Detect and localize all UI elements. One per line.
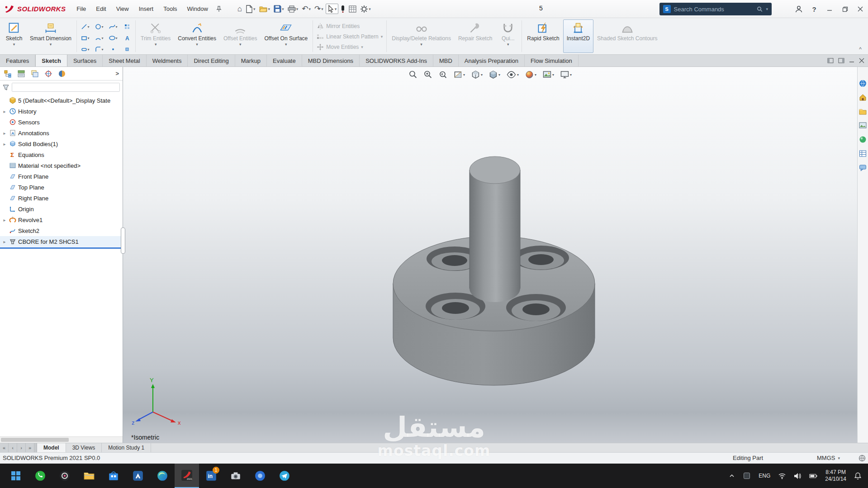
tree-item-sensors[interactable]: Sensors bbox=[0, 117, 123, 128]
help-button[interactable]: ? bbox=[806, 0, 822, 18]
menu-view[interactable]: View bbox=[112, 4, 133, 14]
ribbon-button-shaded-sketch-contours[interactable]: Shaded Sketch Contours bbox=[593, 19, 661, 53]
tree-item-history[interactable]: ▸ History bbox=[0, 106, 123, 117]
close-pane-icon[interactable] bbox=[859, 58, 864, 63]
property-manager-tab-icon[interactable] bbox=[17, 70, 25, 78]
edit-appearance-button[interactable]: ▾ bbox=[524, 69, 537, 80]
taskbar-app-telegram[interactable] bbox=[272, 464, 297, 488]
tab-model[interactable]: Model bbox=[37, 443, 66, 452]
ellipse-tool[interactable]: ▾ bbox=[106, 33, 120, 43]
rollback-bar[interactable] bbox=[0, 247, 123, 249]
taskbar-app-microsoft-store[interactable] bbox=[101, 464, 126, 488]
tree-horizontal-scrollbar[interactable] bbox=[0, 436, 123, 443]
tree-item-revolve1[interactable]: ▸ Revolve1 bbox=[0, 214, 123, 225]
search-icon[interactable] bbox=[757, 6, 763, 12]
slot-tool[interactable]: ▾ bbox=[78, 44, 92, 55]
save-button[interactable]: ▾ bbox=[272, 4, 285, 14]
part-model[interactable] bbox=[123, 67, 857, 443]
undo-button[interactable]: ↶▾ bbox=[300, 4, 312, 14]
menu-window[interactable]: Window bbox=[183, 4, 213, 14]
start-button[interactable] bbox=[4, 464, 28, 488]
ribbon-button-instant2d[interactable]: Instant2D bbox=[563, 19, 593, 53]
section-view-button[interactable]: ▾ bbox=[452, 69, 466, 80]
select-tool-button[interactable]: ▾ bbox=[326, 4, 339, 14]
tab-flow-simulation[interactable]: Flow Simulation bbox=[525, 55, 579, 66]
home-button[interactable]: ⌂ bbox=[236, 4, 243, 14]
display-style-button[interactable]: ▾ bbox=[488, 69, 501, 80]
tree-item-annotations[interactable]: ▸ A Annotations bbox=[0, 128, 123, 138]
tree-item-material[interactable]: Material <not specified> bbox=[0, 160, 123, 171]
taskbar-app-solidworks[interactable]: 2021 bbox=[175, 464, 199, 488]
view-orientation-button[interactable]: ▾ bbox=[470, 69, 484, 80]
chevron-down-icon[interactable]: ▾ bbox=[766, 7, 768, 11]
menu-tools[interactable]: Tools bbox=[159, 4, 181, 14]
tree-item-origin[interactable]: Origin bbox=[0, 204, 123, 214]
menu-insert[interactable]: Insert bbox=[134, 4, 158, 14]
tray-chevron-up[interactable] bbox=[729, 473, 735, 479]
search-input[interactable] bbox=[674, 6, 754, 13]
circle-tool[interactable]: ▾ bbox=[92, 21, 106, 32]
tree-item-sketch2[interactable]: Sketch2 bbox=[0, 225, 123, 236]
tab-direct-editing[interactable]: Direct Editing bbox=[188, 55, 235, 66]
apply-scene-button[interactable]: ▾ bbox=[541, 69, 555, 80]
tree-item-right-plane[interactable]: Right Plane bbox=[0, 193, 123, 204]
menu-file[interactable]: File bbox=[72, 4, 90, 14]
tab-motion-study-1[interactable]: Motion Study 1 bbox=[102, 443, 151, 452]
feature-manager-tab-icon[interactable] bbox=[4, 70, 12, 78]
wifi-icon[interactable] bbox=[778, 473, 786, 479]
dimxpert-manager-tab-icon[interactable] bbox=[44, 70, 52, 78]
taskbar-app-linkedin[interactable]: in1 bbox=[199, 464, 223, 488]
search-commands-bar[interactable]: S ▾ bbox=[659, 3, 772, 15]
tray-app-icon[interactable] bbox=[743, 472, 751, 480]
tab-mbd[interactable]: MBD bbox=[433, 55, 459, 66]
ribbon-button-offset-entities[interactable]: Offset Entities ▾ bbox=[220, 19, 261, 53]
expand-arrow-icon[interactable]: ▸ bbox=[2, 131, 7, 136]
spline-tool[interactable]: ▾ bbox=[106, 21, 120, 32]
display-manager-tab-icon[interactable] bbox=[58, 70, 66, 78]
language-indicator[interactable]: ENG bbox=[759, 473, 770, 479]
tree-item-cbore[interactable]: ▸ CBORE for M2 SHCS1 bbox=[0, 236, 123, 247]
pin-menu-icon[interactable] bbox=[216, 6, 222, 12]
tab-surfaces[interactable]: Surfaces bbox=[67, 55, 103, 66]
taskbar-clock[interactable]: 8:47 PM 24/10/14 bbox=[825, 469, 846, 483]
status-globe-icon[interactable] bbox=[859, 455, 866, 462]
tab-sheet-metal[interactable]: Sheet Metal bbox=[103, 55, 146, 66]
tab-analysis-preparation[interactable]: Analysis Preparation bbox=[459, 55, 525, 66]
tree-root-item[interactable]: 5 (Default<<Default>_Display State bbox=[0, 95, 123, 106]
record-tool-button[interactable] bbox=[339, 4, 346, 14]
pane-left-icon[interactable] bbox=[827, 58, 834, 63]
expand-arrow-icon[interactable]: ▸ bbox=[2, 109, 7, 114]
file-explorer-icon[interactable] bbox=[859, 108, 867, 115]
close-button[interactable] bbox=[853, 0, 868, 18]
tree-filter-input[interactable] bbox=[12, 83, 119, 91]
tab-3d-views[interactable]: 3D Views bbox=[66, 443, 102, 452]
menu-edit[interactable]: Edit bbox=[91, 4, 110, 14]
sketch-pattern-tool[interactable] bbox=[120, 21, 134, 32]
ribbon-button-mirror-entities[interactable]: Mirror Entities bbox=[314, 21, 385, 31]
account-button[interactable] bbox=[791, 0, 806, 18]
sheet-tool-button[interactable] bbox=[347, 4, 358, 14]
expand-arrow-icon[interactable]: ▸ bbox=[2, 142, 7, 147]
expand-arrow-icon[interactable]: ▸ bbox=[2, 239, 7, 244]
view-palette-icon[interactable] bbox=[859, 122, 867, 129]
tab-markup[interactable]: Markup bbox=[235, 55, 267, 66]
expand-arrow-icon[interactable]: ▸ bbox=[2, 218, 7, 223]
ribbon-button-move-entities[interactable]: Move Entities ▾ bbox=[314, 42, 385, 52]
battery-icon[interactable] bbox=[809, 473, 817, 479]
hide-show-items-button[interactable]: ▾ bbox=[505, 69, 520, 80]
tab-sketch[interactable]: Sketch bbox=[35, 55, 67, 66]
next-tab-button[interactable]: › bbox=[17, 443, 26, 452]
options-button[interactable]: ▾ bbox=[359, 4, 372, 14]
ribbon-button-convert-entities[interactable]: Convert Entities ▾ bbox=[174, 19, 220, 53]
panel-flyout-chevron[interactable]: > bbox=[115, 70, 119, 77]
zoom-to-fit-button[interactable] bbox=[408, 69, 418, 80]
tree-item-solid-bodies[interactable]: ▸ Solid Bodies(1) bbox=[0, 138, 123, 149]
line-tool[interactable]: ▾ bbox=[78, 21, 92, 32]
ribbon-button-offset-on-surface[interactable]: Offset On Surface ▾ bbox=[261, 19, 311, 53]
fillet-tool[interactable]: ▾ bbox=[92, 44, 106, 55]
redo-button[interactable]: ↷▾ bbox=[313, 4, 325, 14]
tab-features[interactable]: Features bbox=[0, 55, 35, 66]
ribbon-button-linear-sketch-pattern[interactable]: Linear Sketch Pattern ▾ bbox=[314, 32, 385, 42]
boss-cylinder[interactable] bbox=[470, 156, 520, 302]
restore-button[interactable] bbox=[837, 0, 853, 18]
